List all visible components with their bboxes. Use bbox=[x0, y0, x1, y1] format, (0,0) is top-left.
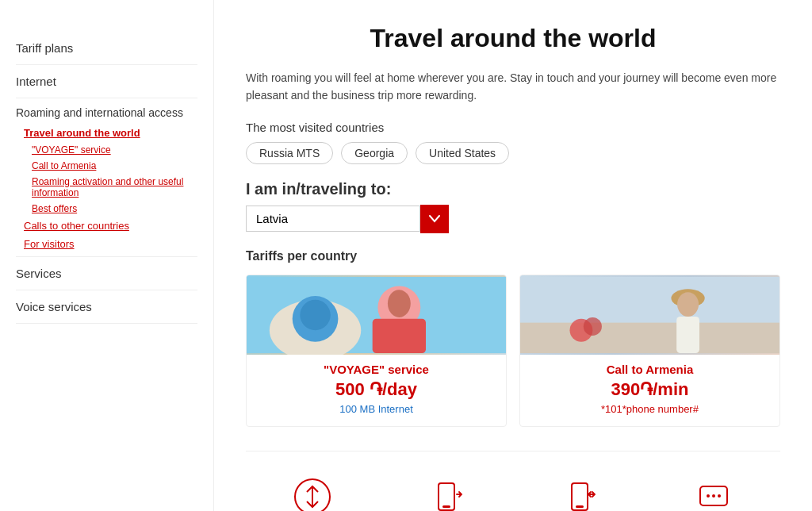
svg-rect-8 bbox=[520, 322, 779, 352]
svg-point-12 bbox=[677, 292, 699, 317]
sidebar-link-voyage-service[interactable]: "VOYAGE" service bbox=[24, 142, 197, 158]
svg-point-21 bbox=[712, 494, 715, 498]
svg-point-10 bbox=[584, 317, 602, 336]
svg-point-6 bbox=[388, 290, 411, 317]
sidebar-link-best-offers[interactable]: Best offers bbox=[24, 201, 197, 217]
page-description: With roaming you will feel at home where… bbox=[246, 69, 780, 105]
info-item-data: Data 7 ֏/MB bbox=[246, 467, 380, 511]
sidebar: Tariff plans Internet Roaming and intern… bbox=[0, 0, 214, 511]
sidebar-item-services[interactable]: Services bbox=[16, 257, 197, 290]
sidebar-sublinks: Travel around the world "VOYAGE" service… bbox=[16, 124, 197, 253]
sidebar-item-internet[interactable]: Internet bbox=[16, 65, 197, 98]
svg-rect-16 bbox=[442, 505, 450, 508]
info-item-incoming-calls: Incoming calls 260 ֏/min bbox=[380, 467, 514, 511]
tariff-cards: "VOYAGE" service 500 ֏/day 100 MB Intern… bbox=[246, 275, 780, 427]
call-armenia-card: Call to Armenia 390֏/min *101*phone numb… bbox=[519, 275, 780, 427]
svg-rect-13 bbox=[676, 317, 699, 353]
voyage-image-svg bbox=[247, 275, 506, 355]
most-visited-label: The most visited countries bbox=[246, 121, 780, 134]
call-armenia-card-price: 390֏/min bbox=[520, 379, 779, 403]
main-content: Travel around the world With roaming you… bbox=[214, 0, 812, 511]
chip-russia[interactable]: Russia MTS bbox=[246, 142, 333, 164]
sidebar-link-calls-to-other-countries[interactable]: Calls to other countries bbox=[24, 217, 197, 235]
country-select[interactable]: Latvia Russia MTS Georgia United States … bbox=[246, 206, 420, 232]
info-row: Data 7 ֏/MB Incoming calls 260 ֏/min bbox=[246, 451, 780, 511]
voyage-card-image bbox=[247, 275, 506, 355]
armenia-image-svg bbox=[520, 275, 779, 355]
outgoing-calls-icon bbox=[558, 475, 601, 511]
sms-icon bbox=[692, 475, 735, 511]
voyage-card-label: "VOYAGE" service bbox=[247, 355, 506, 379]
sidebar-item-voice-services[interactable]: Voice services bbox=[16, 290, 197, 324]
svg-rect-3 bbox=[300, 300, 330, 330]
chip-united-states[interactable]: United States bbox=[416, 142, 509, 164]
voyage-card: "VOYAGE" service 500 ֏/day 100 MB Intern… bbox=[246, 275, 507, 427]
country-select-wrap: Latvia Russia MTS Georgia United States … bbox=[246, 205, 780, 233]
incoming-calls-icon bbox=[425, 475, 468, 511]
voyage-card-sub: 100 MB Internet bbox=[247, 403, 506, 426]
sidebar-link-for-visitors[interactable]: For visitors bbox=[24, 235, 197, 253]
svg-point-22 bbox=[718, 494, 721, 498]
info-item-sms: SMS 35 ֏/sms bbox=[647, 467, 781, 511]
call-armenia-card-sub: *101*phone number# bbox=[520, 403, 779, 426]
sidebar-link-roaming-activation[interactable]: Roaming activation and other useful info… bbox=[24, 174, 197, 201]
info-item-outgoing-calls: Outgoing calls more bbox=[513, 467, 647, 511]
call-armenia-card-label: Call to Armenia bbox=[520, 355, 779, 379]
sidebar-link-travel-around-world[interactable]: Travel around the world bbox=[24, 124, 197, 142]
chevron-down-icon bbox=[429, 215, 440, 223]
sidebar-item-tariff-plans[interactable]: Tariff plans bbox=[16, 32, 197, 65]
svg-point-20 bbox=[707, 494, 710, 498]
svg-rect-18 bbox=[576, 505, 584, 508]
sidebar-roaming-section: Roaming and international access Travel … bbox=[16, 98, 197, 257]
page-title: Travel around the world bbox=[246, 24, 780, 53]
sidebar-link-call-to-armenia[interactable]: Call to Armenia bbox=[24, 158, 197, 174]
chip-georgia[interactable]: Georgia bbox=[341, 142, 408, 164]
select-arrow-button[interactable] bbox=[420, 205, 449, 233]
tariffs-label: Tariffs per country bbox=[246, 249, 780, 263]
sidebar-roaming-title: Roaming and international access bbox=[16, 106, 197, 119]
travel-form-label: I am in/traveling to: bbox=[246, 180, 780, 198]
data-icon bbox=[291, 475, 334, 511]
svg-rect-5 bbox=[373, 319, 426, 353]
call-armenia-card-image bbox=[520, 275, 779, 355]
voyage-card-price: 500 ֏/day bbox=[247, 379, 506, 403]
country-chips: Russia MTS Georgia United States bbox=[246, 142, 780, 164]
